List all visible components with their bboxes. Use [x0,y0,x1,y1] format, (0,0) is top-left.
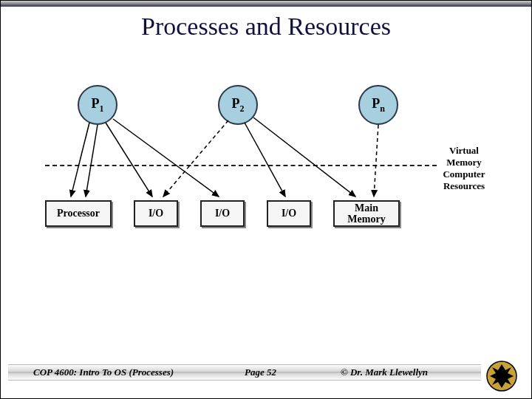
svg-line-7 [374,125,378,197]
top-accent-bar [1,1,531,7]
slide-title: Processes and Resources [1,13,531,41]
process-pn: Pn [358,85,398,125]
process-p1: P1 [78,85,117,125]
svg-line-1 [86,125,98,197]
resource-processor: Processor [45,200,112,227]
resource-io-1: I/O [134,200,178,227]
footer-copyright: © Dr. Mark Llewellyn [341,366,428,378]
svg-line-6 [253,117,355,197]
process-label: P1 [92,96,104,115]
svg-line-2 [106,123,152,197]
footer-page: Page 52 [245,366,276,378]
diagram: P1 P2 Pn Virtual Memory Computer Resourc… [45,82,488,245]
resource-label: Main Memory [347,202,385,225]
ucf-logo [485,360,518,392]
svg-line-4 [163,120,228,197]
process-label: P2 [232,96,245,115]
footer: COP 4600: Intro To OS (Processes) Page 5… [1,364,531,385]
virtual-memory-label: Virtual Memory [438,145,490,168]
resource-io-2: I/O [200,200,245,227]
resource-io-3: I/O [267,200,311,227]
svg-line-0 [71,123,89,197]
process-p2: P2 [218,85,258,125]
computer-resources-label: Computer Resources [438,168,490,191]
footer-course: COP 4600: Intro To OS (Processes) [33,366,174,378]
resource-main-memory: Main Memory [333,200,400,227]
resource-label: I/O [282,208,296,219]
divider-line [45,165,437,166]
resource-label: Processor [57,208,100,219]
svg-line-3 [113,119,219,197]
resource-label: I/O [215,208,230,219]
slide: Processes and Resources P1 P2 Pn Virtual… [0,0,532,399]
svg-line-5 [245,123,285,197]
process-label: Pn [372,96,385,115]
resource-label: I/O [149,208,163,219]
